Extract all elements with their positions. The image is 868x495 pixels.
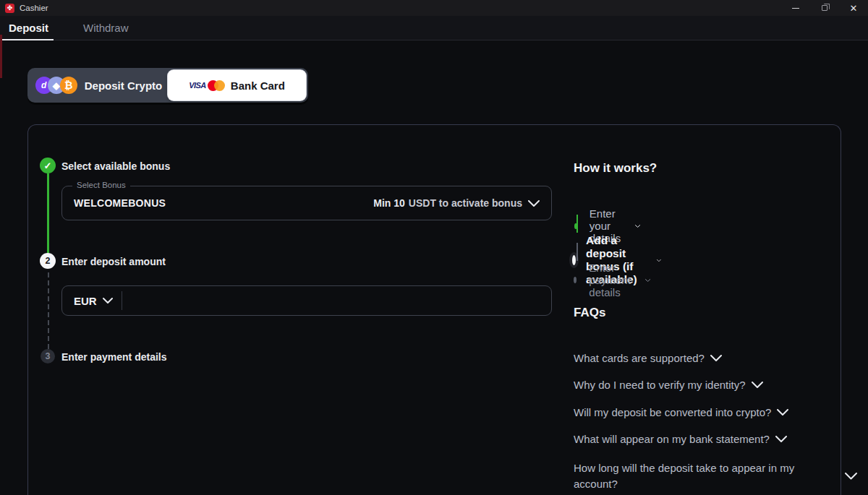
active-tab-indicator bbox=[0, 39, 54, 40]
minimize-button[interactable] bbox=[781, 0, 810, 16]
bitcoin-coin-icon: ₿ bbox=[60, 77, 77, 94]
faqs-title: FAQs bbox=[574, 306, 605, 320]
step-dot-pending bbox=[574, 277, 576, 283]
minimize-icon bbox=[792, 8, 799, 9]
step1-check-icon: ✓ bbox=[40, 158, 56, 173]
bonus-value: WELCOMEBONUS bbox=[74, 197, 166, 209]
bonus-field-legend: Select Bonus bbox=[72, 181, 130, 189]
close-icon: ✕ bbox=[850, 4, 858, 13]
bonus-select-field[interactable]: Select Bonus WELCOMEBONUS Min 10 USDT to… bbox=[61, 186, 552, 220]
bonus-hint: Min 10 USDT to activate bonus bbox=[373, 197, 540, 209]
chevron-down-icon bbox=[103, 298, 113, 304]
left-accent-bar bbox=[0, 35, 2, 78]
step3-number: 3 bbox=[41, 349, 55, 363]
step3-label: Enter payment details bbox=[61, 351, 167, 363]
visa-icon: VISA bbox=[189, 81, 206, 90]
deposit-panel: ✓ Select available bonus Select Bonus WE… bbox=[27, 124, 841, 495]
chevron-down-icon bbox=[777, 409, 788, 416]
close-button[interactable]: ✕ bbox=[839, 0, 868, 16]
faq-item-converted-crypto[interactable]: Will my deposit be converted into crypto… bbox=[574, 406, 788, 418]
deposit-amount-field: EUR bbox=[61, 285, 552, 316]
mastercard-icon bbox=[208, 80, 225, 91]
maximize-icon bbox=[822, 5, 827, 11]
how-it-works-title: How it works? bbox=[574, 161, 657, 176]
amount-input[interactable] bbox=[122, 286, 551, 315]
cashier-window: ✤ Cashier ✕ Deposit Withdraw d ◆ ₿ Depos… bbox=[0, 0, 868, 495]
chevron-down-icon bbox=[635, 223, 640, 229]
bank-card-label: Bank Card bbox=[231, 79, 285, 92]
deposit-crypto-button[interactable]: d ◆ ₿ Deposit Crypto bbox=[30, 70, 168, 100]
faq-item-cards-supported[interactable]: What cards are supported? bbox=[574, 352, 722, 364]
step-dot-done bbox=[574, 223, 577, 229]
app-logo-icon: ✤ bbox=[5, 4, 14, 13]
step-connector-pending bbox=[48, 270, 49, 349]
chevron-down-icon[interactable] bbox=[528, 200, 540, 207]
step2-number: 2 bbox=[40, 253, 56, 269]
tab-deposit[interactable]: Deposit bbox=[0, 16, 57, 40]
faq-item-bank-statement[interactable]: What will appear on my bank statement? bbox=[574, 433, 787, 445]
step2-label: Enter deposit amount bbox=[61, 256, 166, 267]
titlebar: ✤ Cashier ✕ bbox=[0, 0, 868, 16]
chevron-down-icon bbox=[775, 436, 787, 442]
chevron-down-icon bbox=[645, 277, 650, 283]
crypto-coins-icon: d ◆ ₿ bbox=[35, 77, 77, 94]
bank-card-button[interactable]: VISA Bank Card bbox=[168, 70, 306, 100]
hiw-item-payment-details[interactable]: Enter payment details bbox=[569, 262, 651, 298]
window-title: Cashier bbox=[20, 4, 48, 12]
tabbar: Deposit Withdraw bbox=[0, 16, 868, 40]
faq-item-verify-identity[interactable]: Why do I need to verify my identity? bbox=[574, 379, 763, 391]
deposit-method-toggle: d ◆ ₿ Deposit Crypto VISA Bank Card bbox=[27, 68, 308, 103]
chevron-down-icon bbox=[845, 473, 857, 480]
currency-select[interactable]: EUR bbox=[62, 295, 122, 307]
step-connector-done bbox=[47, 173, 49, 253]
chevron-down-icon bbox=[752, 382, 763, 388]
chevron-down-icon bbox=[710, 355, 722, 361]
step1-label: Select available bonus bbox=[61, 160, 170, 172]
tab-withdraw[interactable]: Withdraw bbox=[75, 16, 137, 40]
chevron-down-icon bbox=[657, 257, 661, 264]
window-controls: ✕ bbox=[781, 0, 868, 16]
deposit-crypto-label: Deposit Crypto bbox=[85, 79, 163, 92]
faq-item-deposit-time[interactable]: How long will the deposit take to appear… bbox=[574, 460, 857, 492]
maximize-button[interactable] bbox=[810, 0, 839, 16]
